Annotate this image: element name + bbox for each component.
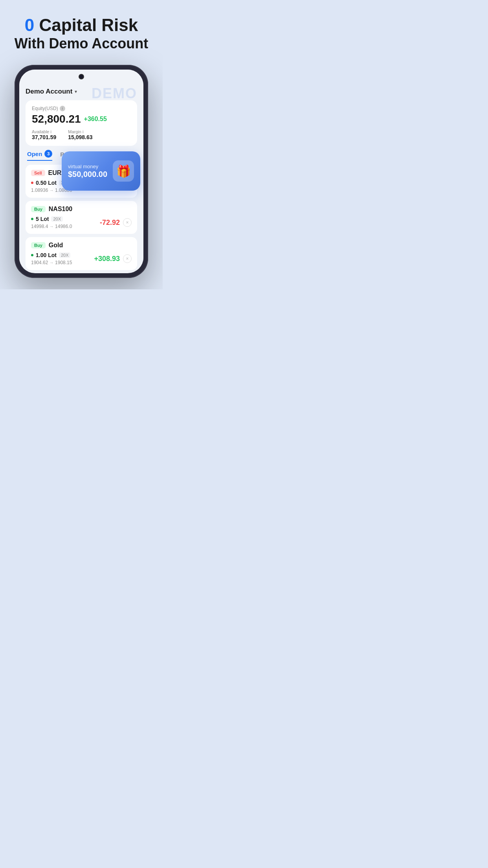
demo-watermark: DEMO bbox=[92, 85, 137, 102]
trade-symbol: NAS100 bbox=[49, 206, 72, 213]
margin-value: 15,098.63 bbox=[68, 134, 92, 140]
hero-line1: 0 Capital Risk bbox=[15, 16, 148, 35]
virtual-money-amount: $50,000.00 bbox=[68, 169, 107, 179]
arrow-icon: → bbox=[50, 224, 54, 229]
gift-icon: 🎁 bbox=[113, 160, 134, 182]
trade-leverage: 20X bbox=[59, 252, 71, 258]
trade-type-badge: Buy bbox=[31, 206, 46, 212]
trade-lot: 5 Lot bbox=[36, 216, 49, 222]
phone-frame: Demo Account ▾ DEMO Equity(USD) i 52,800… bbox=[15, 65, 148, 278]
balance-card: Equity(USD) i 52,800.21 +360.55 Availabl… bbox=[26, 100, 137, 146]
trade-dot-icon bbox=[31, 254, 33, 256]
trade-left: 5 Lot 20X 14998.4 → 14986.0 bbox=[31, 216, 72, 229]
open-count-badge: 3 bbox=[44, 150, 52, 158]
available-item: Available i 37,701.59 bbox=[32, 129, 56, 140]
margin-label: Margin i bbox=[68, 129, 92, 134]
trade-card: Buy NAS100 5 Lot 20X 14998.4 → 14986.0 -… bbox=[26, 201, 137, 234]
trade-left: 1.00 Lot 20X 1904.62 → 1908.15 bbox=[31, 252, 72, 265]
virtual-money-label: virtual money bbox=[68, 164, 107, 169]
trade-lot: 1.00 Lot bbox=[36, 252, 57, 258]
trade-details: 1.00 Lot 20X 1904.62 → 1908.15 +308.93 × bbox=[31, 252, 132, 265]
trade-type-badge: Sell bbox=[31, 170, 45, 176]
account-label[interactable]: Demo Account bbox=[26, 88, 72, 96]
equity-label: Equity(USD) i bbox=[32, 106, 131, 111]
available-info-icon[interactable]: i bbox=[50, 129, 51, 134]
trade-pnl: -72.92 bbox=[100, 219, 120, 227]
trade-close-button[interactable]: × bbox=[123, 218, 132, 227]
trade-type-badge: Buy bbox=[31, 242, 46, 248]
trade-leverage: 20X bbox=[51, 216, 63, 222]
margin-item: Margin i 15,098.63 bbox=[68, 129, 92, 140]
trade-symbol: Gold bbox=[49, 242, 63, 249]
phone-top-bar bbox=[19, 70, 143, 84]
trade-right: -72.92 × bbox=[100, 218, 132, 227]
trade-lot-row: 5 Lot 20X bbox=[31, 216, 72, 222]
phone-camera bbox=[79, 74, 84, 79]
chevron-down-icon: ▾ bbox=[75, 89, 77, 94]
trade-details: 5 Lot 20X 14998.4 → 14986.0 -72.92 × bbox=[31, 216, 132, 229]
trade-right: +308.93 × bbox=[94, 254, 132, 263]
margin-info-icon[interactable]: i bbox=[83, 129, 83, 134]
hero-zero: 0 bbox=[25, 15, 34, 35]
available-label: Available i bbox=[32, 129, 56, 134]
equity-info-icon[interactable]: i bbox=[60, 106, 65, 111]
tab-open[interactable]: Open 3 bbox=[27, 150, 52, 161]
trade-card: Buy Gold 1.00 Lot 20X 1904.62 → 1908.15 … bbox=[26, 237, 137, 270]
trade-header: Buy NAS100 bbox=[31, 206, 132, 213]
trade-dot-icon bbox=[31, 218, 33, 220]
trade-price: 1904.62 → 1908.15 bbox=[31, 260, 72, 265]
available-value: 37,701.59 bbox=[32, 134, 56, 140]
phone-screen: Demo Account ▾ DEMO Equity(USD) i 52,800… bbox=[19, 70, 143, 273]
arrow-icon: → bbox=[50, 188, 54, 193]
trade-pnl: +308.93 bbox=[94, 255, 120, 263]
trade-close-button[interactable]: × bbox=[123, 254, 132, 263]
virtual-money-card: virtual money $50,000.00 🎁 bbox=[62, 151, 140, 191]
hero-line2: With Demo Account bbox=[15, 35, 148, 53]
equity-change: +360.55 bbox=[84, 116, 107, 123]
equity-value: 52,800.21 +360.55 bbox=[32, 113, 131, 125]
hero-section: 0 Capital Risk With Demo Account bbox=[7, 16, 156, 53]
account-header: Demo Account ▾ DEMO bbox=[26, 88, 137, 96]
app-content: Demo Account ▾ DEMO Equity(USD) i 52,800… bbox=[19, 84, 143, 270]
virtual-text: virtual money $50,000.00 bbox=[68, 164, 107, 179]
arrow-icon: → bbox=[50, 260, 54, 265]
trade-lot-row: 1.00 Lot 20X bbox=[31, 252, 72, 258]
trade-lot: 0.50 Lot bbox=[36, 180, 57, 186]
trade-header: Buy Gold bbox=[31, 242, 132, 249]
trade-price: 14998.4 → 14986.0 bbox=[31, 224, 72, 229]
sub-row: Available i 37,701.59 Margin i 15,098.63 bbox=[32, 129, 131, 140]
trade-dot-icon bbox=[31, 182, 33, 184]
